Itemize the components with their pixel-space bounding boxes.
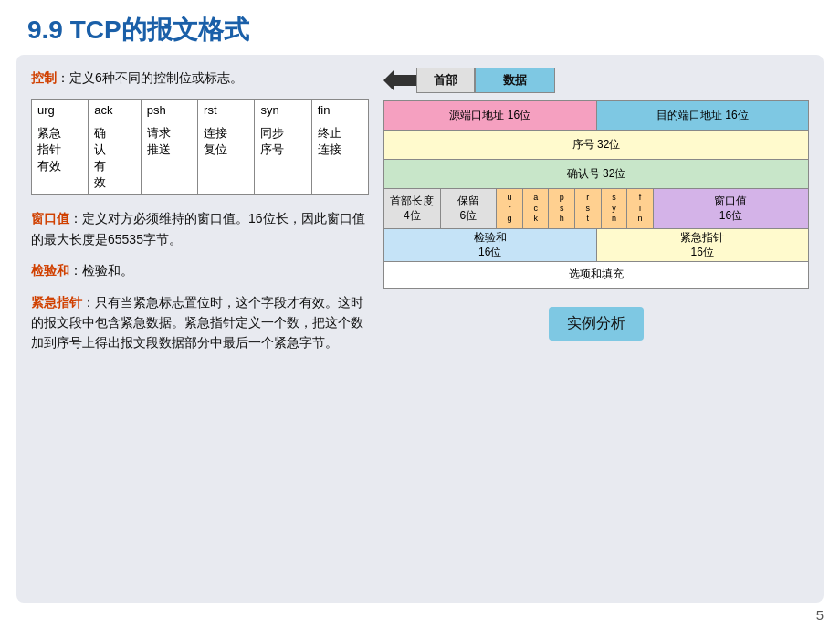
tcp-cell: 选项和填充 [384,262,808,288]
tcp-cell: 首部长度 4位 [384,189,441,228]
tcp-cell: 保留 6位 [441,189,498,228]
table-header-cell: rst [198,100,255,121]
table-body-row: 紧急 指针 有效确 认 有 效请求 推送连接 复位同步 序号终止 连接 [32,121,369,195]
tcp-row: 首部长度 4位保留 6位u r ga c kp s hr s ts y nf i… [384,189,808,229]
page-number: 5 [816,607,824,623]
table-header-cell: psh [141,100,197,121]
control-table: urgackpshrstsynfin 紧急 指针 有效确 认 有 效请求 推送连… [31,99,369,195]
tcp-cell: 窗口值 16位 [654,189,808,228]
tcp-cell: f i n [627,189,654,228]
arrow-boxes: 首部 数据 [416,68,555,93]
tcp-row: 序号 32位 [384,131,808,160]
checksum-desc-text: ：检验和。 [69,263,133,278]
control-desc: 控制：定义6种不同的控制位或标志。 [31,68,369,88]
tcp-row: 确认号 32位 [384,160,808,189]
tcp-cell: 检验和 16位 [384,229,597,261]
checksum-desc: 检验和：检验和。 [31,260,369,280]
table-body-cell: 同步 序号 [255,121,311,195]
table-header-cell: fin [311,100,368,121]
right-panel: 首部 数据 源端口地址 16位目的端口地址 16位序号 32位确认号 32位首部… [383,68,809,590]
tcp-cell: 源端口地址 16位 [384,101,597,130]
tcp-cell: s y n [602,189,628,228]
table-header-cell: ack [89,100,142,121]
left-panel: 控制：定义6种不同的控制位或标志。 urgackpshrstsynfin 紧急 … [31,68,369,590]
tcp-row: 检验和 16位紧急指针 16位 [384,229,808,262]
tcp-cell: 目的端口地址 16位 [597,101,809,130]
table-body-cell: 连接 复位 [198,121,255,195]
tcp-format-grid: 源端口地址 16位目的端口地址 16位序号 32位确认号 32位首部长度 4位保… [383,100,809,289]
control-desc-text: ：定义6种不同的控制位或标志。 [57,70,243,85]
svg-marker-0 [383,69,416,91]
urgent-desc: 紧急指针：只有当紧急标志置位时，这个字段才有效。这时的报文段中包含紧急数据。紧急… [31,292,369,353]
table-body-cell: 紧急 指针 有效 [32,121,89,195]
table-body-cell: 确 认 有 效 [89,121,142,195]
urgent-keyword: 紧急指针 [31,295,82,310]
tcp-row: 选项和填充 [384,262,808,288]
window-desc-text: ：定义对方必须维持的窗口值。16位长，因此窗口值的最大长度是65535字节。 [31,211,365,246]
tcp-cell: 确认号 32位 [384,160,808,188]
window-keyword: 窗口值 [31,211,69,226]
window-desc: 窗口值：定义对方必须维持的窗口值。16位长，因此窗口值的最大长度是65535字节… [31,208,369,249]
tcp-cell: r s t [575,189,602,228]
tcp-cell: p s h [549,189,575,228]
tcp-cell: 序号 32位 [384,131,808,159]
tcp-cell: a c k [523,189,550,228]
tcp-cell: 紧急指针 16位 [597,229,809,261]
tcp-row: 源端口地址 16位目的端口地址 16位 [384,101,808,131]
page-title: 9.9 TCP的报文格式 [0,0,840,55]
example-button[interactable]: 实例分析 [549,307,644,341]
header-box: 首部 [416,68,475,93]
left-arrow-icon [383,68,416,93]
control-keyword: 控制 [31,70,57,85]
table-body-cell: 终止 连接 [311,121,368,195]
table-header-row: urgackpshrstsynfin [32,100,369,121]
arrow-diagram: 首部 数据 [383,68,809,93]
checksum-keyword: 检验和 [31,263,69,278]
tcp-cell: u r g [497,189,523,228]
main-card: 控制：定义6种不同的控制位或标志。 urgackpshrstsynfin 紧急 … [16,55,824,603]
table-header-cell: urg [32,100,89,121]
table-body-cell: 请求 推送 [141,121,197,195]
data-box: 数据 [475,68,555,93]
table-header-cell: syn [255,100,311,121]
